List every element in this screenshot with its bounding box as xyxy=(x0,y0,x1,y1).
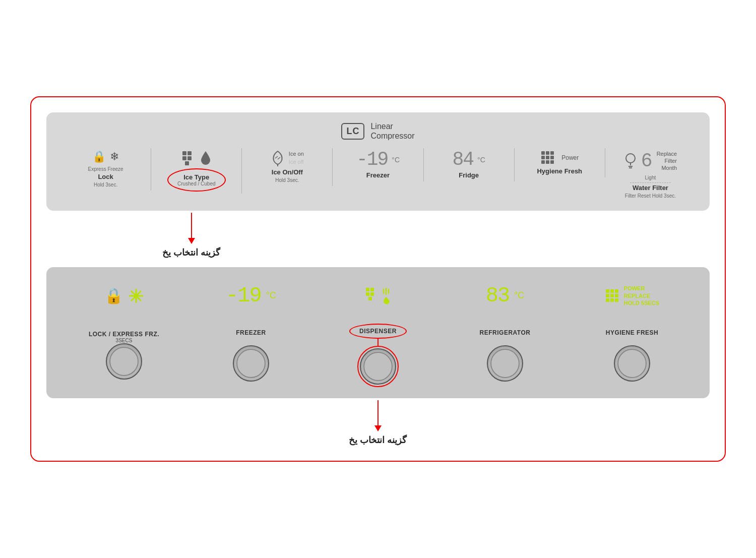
freezer-unit: °C xyxy=(392,156,400,164)
freezer-temp: -19 xyxy=(356,150,388,169)
svg-rect-36 xyxy=(615,289,618,293)
lock-icon: 🔒 xyxy=(92,150,106,163)
svg-rect-34 xyxy=(606,289,609,293)
p2-lock-button-area: LOCK / EXPRESS FRZ. 3SECS xyxy=(60,331,187,380)
svg-rect-29 xyxy=(370,292,374,296)
ice-type-icons-row xyxy=(181,150,212,166)
dispenser-connector xyxy=(377,339,379,346)
p2-refrigerator-button-inner xyxy=(490,349,520,378)
svg-rect-41 xyxy=(610,298,614,302)
fridge-temp: 84 xyxy=(452,150,473,169)
p2-buttons-row: LOCK / EXPRESS FRZ. 3SECS FREEZER DISPEN… xyxy=(60,324,696,387)
fridge-temp-display: 84 °C xyxy=(452,150,485,169)
annotation1-label: گزینه انتخاب یخ xyxy=(162,247,220,258)
p2-dispenser-button[interactable] xyxy=(360,348,396,385)
svg-rect-10 xyxy=(550,151,554,155)
p2-refrigerator-button[interactable] xyxy=(487,345,523,382)
fridge-label: Fridge xyxy=(459,171,479,179)
leaf-icon xyxy=(271,150,285,166)
p2-fridge-unit: °C xyxy=(514,290,524,301)
p2-lock-sub: 3SECS xyxy=(116,338,133,343)
snowflake-icon: ❄ xyxy=(110,150,119,163)
ice-type-section: Ice Type Crushed / Cubed xyxy=(151,148,242,194)
lock-express-section: 🔒 ❄ Express Freeze Lock Hold 3sec. xyxy=(60,148,151,191)
fridge-unit: °C xyxy=(477,156,485,164)
svg-rect-14 xyxy=(541,160,545,164)
p2-water-lines-icon xyxy=(381,287,391,305)
p2-hygiene-grid-icon xyxy=(605,288,620,303)
panel2-icons-row: 🔒 -19 °C xyxy=(60,278,696,317)
annotation1-line xyxy=(191,213,192,238)
svg-rect-9 xyxy=(546,151,549,155)
svg-rect-11 xyxy=(541,156,545,159)
ice-on-off-main: Ice On/Off xyxy=(272,168,303,176)
p2-lock-icon: 🔒 xyxy=(104,287,123,304)
dispenser-button-ring xyxy=(357,346,399,387)
freezer-label: Freezer xyxy=(366,171,390,179)
p2-dispenser-button-inner xyxy=(363,352,393,381)
svg-rect-3 xyxy=(187,156,192,160)
ice-off-label: Ice off xyxy=(289,158,304,166)
filter-number: 6 xyxy=(641,150,653,172)
ice-on-off-icons: Ice on Ice off xyxy=(271,150,304,166)
p2-lock-label: LOCK / EXPRESS FRZ. xyxy=(89,331,159,338)
p2-freezer-section: -19 °C xyxy=(187,278,314,317)
svg-rect-28 xyxy=(366,292,369,296)
p2-hygiene-button-inner xyxy=(617,349,647,378)
ice-type-label: Ice Type xyxy=(183,173,209,181)
ice-on-off-bottom-label: Ice On/Off Hold 3sec. xyxy=(272,168,303,184)
p2-freezer-button[interactable] xyxy=(233,345,269,382)
svg-rect-13 xyxy=(550,156,554,159)
p2-replace-label: REPLACE xyxy=(624,292,659,299)
svg-rect-2 xyxy=(182,156,186,160)
svg-rect-0 xyxy=(182,151,186,155)
hold-3sec-label: Hold 3sec. xyxy=(94,182,117,188)
ice-grid-icon xyxy=(181,150,196,166)
lock-express-icons: 🔒 ❄ xyxy=(92,150,119,163)
hygiene-title: Hygiene Fresh xyxy=(537,167,582,175)
svg-rect-35 xyxy=(610,289,614,293)
svg-rect-38 xyxy=(610,294,614,297)
power-label: Power xyxy=(561,154,579,161)
svg-rect-26 xyxy=(366,288,369,291)
p2-lock-button-inner xyxy=(109,347,139,376)
p2-dispenser-label: DISPENSER xyxy=(359,328,397,335)
annotation1-arrowhead xyxy=(188,238,195,244)
ice-on-off-sub: Hold 3sec. xyxy=(275,177,299,183)
p2-fridge-temp: 83 °C xyxy=(486,278,525,314)
p2-dispenser-icons xyxy=(365,278,391,314)
light-title: Light xyxy=(645,175,656,180)
freezer-title: Freezer xyxy=(366,171,390,179)
p2-dispenser-button-area: DISPENSER xyxy=(314,324,442,387)
ice-type-circle: Ice Type Crushed / Cubed xyxy=(167,168,226,192)
svg-rect-8 xyxy=(541,151,545,155)
ice-on-label: Ice on xyxy=(289,150,304,158)
p2-hygiene-label: HYGIENE FRESH xyxy=(606,329,659,336)
svg-rect-15 xyxy=(546,160,549,164)
dispenser-label-circle: DISPENSER xyxy=(349,324,407,339)
p2-refrigerator-label: REFRIGERATOR xyxy=(480,329,531,336)
p2-hold-label: HOLD 5SECS xyxy=(624,299,659,306)
fridge-section: 84 °C Fridge xyxy=(424,148,515,181)
annotation2-wrapper: گزینه انتخاب یخ xyxy=(46,398,710,446)
panel1-header: LC Linear Compressor xyxy=(60,121,696,141)
p2-freezer-label: FREEZER xyxy=(236,329,266,336)
panel2: 🔒 -19 °C xyxy=(46,267,710,398)
p2-power-labels: POWER REPLACE HOLD 5SECS xyxy=(624,285,659,306)
hygiene-grid-icon xyxy=(540,150,555,165)
p2-lock-button[interactable] xyxy=(106,343,142,380)
p2-freezer-temp: -19 °C xyxy=(226,278,276,314)
ice-on-off-section: Ice on Ice off Ice On/Off Hold 3sec. xyxy=(242,148,333,186)
p2-hygiene-section: POWER REPLACE HOLD 5SECS xyxy=(569,278,696,317)
annotation2-line xyxy=(377,400,379,425)
light-filter-label: Light Water Filter Filter Reset Hold 3se… xyxy=(625,174,676,200)
p2-ice-icon xyxy=(365,287,379,305)
svg-rect-1 xyxy=(187,151,192,155)
p2-lock-icons: 🔒 xyxy=(104,278,144,314)
month-label: Month xyxy=(657,164,677,171)
panel1-controls: 🔒 ❄ Express Freeze Lock Hold 3sec. xyxy=(60,148,696,202)
hygiene-fresh-section: Power Hygiene Fresh xyxy=(515,148,605,177)
light-filter-section: 6 Replace Filter Month Light Water Filte… xyxy=(605,148,696,202)
p2-hygiene-button[interactable] xyxy=(614,345,650,382)
filter-label: Filter xyxy=(657,157,677,164)
